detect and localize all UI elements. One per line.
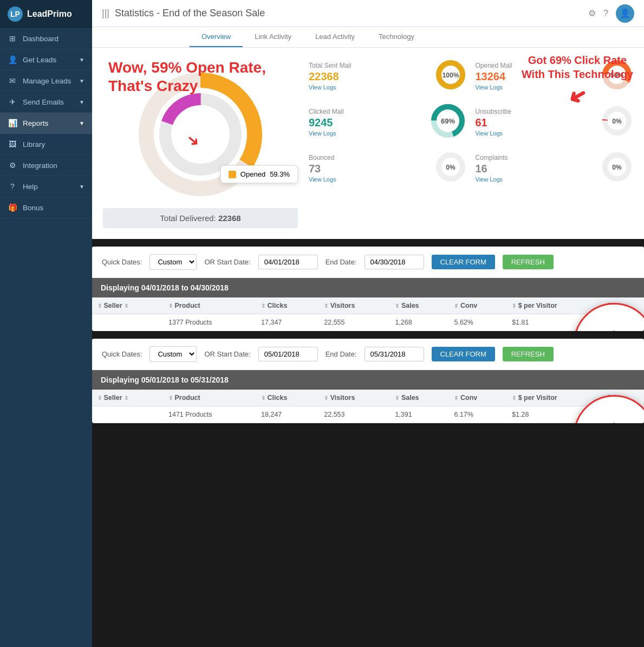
col-sales-1[interactable]: ⇕ Sales bbox=[389, 297, 448, 314]
start-date-label-1: OR Start Date: bbox=[204, 258, 250, 266]
col-seller-1[interactable]: ⇕ Seller ⇕ bbox=[92, 297, 163, 314]
tab-technology[interactable]: Technology bbox=[367, 27, 426, 47]
quick-dates-select-2[interactable]: Custom bbox=[149, 346, 197, 362]
help-question-icon[interactable]: ? bbox=[603, 9, 608, 18]
data-table-may: ⇕ Seller ⇕ ⇕ Product ⇕ Clicks bbox=[92, 390, 644, 423]
chevron-down-icon: ▼ bbox=[79, 120, 84, 126]
stat-link-unsubscribe[interactable]: View Logs bbox=[476, 130, 594, 137]
sidebar-item-integration[interactable]: ⚙ Integration bbox=[0, 155, 92, 176]
end-date-input-1[interactable] bbox=[365, 255, 424, 269]
logo-text: LeadPrimo bbox=[27, 9, 72, 19]
tab-link-activity[interactable]: Link Activity bbox=[243, 27, 303, 47]
sort-icon: ⇕ bbox=[512, 303, 516, 309]
filter-bar-may: Quick Dates: Custom OR Start Date: End D… bbox=[92, 339, 644, 370]
stat-link-bounced[interactable]: View Logs bbox=[309, 176, 427, 183]
col-sales-label: Sales bbox=[401, 302, 419, 309]
quick-dates-label-1: Quick Dates: bbox=[102, 258, 142, 266]
col-sales-2[interactable]: ⇕ Sales bbox=[389, 390, 448, 406]
col-clicks-1[interactable]: ⇕ Clicks bbox=[256, 297, 318, 314]
stat-value-bounced: 73 bbox=[309, 163, 427, 175]
avatar[interactable]: 👤 bbox=[616, 4, 634, 23]
tooltip-color-swatch bbox=[229, 171, 236, 178]
display-text-april: Displaying 04/01/2018 to 04/30/2018 bbox=[101, 283, 229, 292]
col-per-visitor-2[interactable]: ⇕ $ per Visitor bbox=[506, 390, 602, 406]
col-sales-label-2: Sales bbox=[401, 394, 419, 402]
tab-overview[interactable]: Overview bbox=[190, 27, 243, 47]
sort-icon: ⇕ bbox=[124, 303, 128, 309]
tab-lead-activity[interactable]: Lead Activity bbox=[303, 27, 367, 47]
sidebar-item-manage-leads[interactable]: ✉ Manage Leads ▼ bbox=[0, 70, 92, 92]
col-conv-2[interactable]: ⇕ Conv bbox=[448, 390, 506, 406]
chart-area: Wow, 59% Open Rate, That's Crazy bbox=[103, 59, 298, 228]
sort-icon: ⇕ bbox=[97, 303, 102, 309]
sidebar-item-label: Library bbox=[23, 140, 45, 148]
sidebar-item-library[interactable]: 🖼 Library bbox=[0, 134, 92, 155]
stat-value-unsubscribe: 61 bbox=[476, 117, 594, 129]
col-product-label-2: Product bbox=[174, 394, 200, 402]
col-seller-2[interactable]: ⇕ Seller ⇕ bbox=[92, 390, 163, 406]
col-per-visitor-label-2: $ per Visitor bbox=[518, 394, 557, 402]
sidebar-item-label: Dashboard bbox=[23, 35, 58, 43]
col-clicks-2[interactable]: ⇕ Clicks bbox=[256, 390, 318, 406]
cell-conv-2: 6.17% bbox=[448, 406, 506, 423]
sort-icon: ⇕ bbox=[168, 303, 173, 309]
sort-icon: ⇕ bbox=[454, 395, 458, 401]
col-conv-1[interactable]: ⇕ Conv bbox=[448, 297, 506, 314]
col-clicks-label-2: Clicks bbox=[268, 394, 288, 402]
display-text-may: Displaying 05/01/2018 to 05/31/2018 bbox=[101, 376, 229, 384]
col-clicks-label: Clicks bbox=[268, 302, 288, 309]
sidebar-item-get-leads[interactable]: 👤 Get Leads ▼ bbox=[0, 49, 92, 70]
clear-form-button-1[interactable]: CLEAR FORM bbox=[432, 255, 495, 269]
send-emails-icon: ✈ bbox=[8, 98, 17, 106]
col-visitors-label: Visitors bbox=[330, 302, 355, 309]
col-visitors-label-2: Visitors bbox=[330, 394, 355, 402]
stat-link-clicked-mail[interactable]: View Logs bbox=[309, 130, 421, 137]
col-per-visitor-1[interactable]: ⇕ $ per Visitor bbox=[506, 297, 602, 314]
clear-form-button-2[interactable]: CLEAR FORM bbox=[432, 347, 495, 361]
cell-sales-2: 1,391 bbox=[389, 406, 448, 423]
filter-bar-april: Quick Dates: Custom OR Start Date: End D… bbox=[92, 247, 644, 278]
sidebar-item-reports[interactable]: 📊 Reports ▼ bbox=[0, 113, 92, 134]
end-date-label-2: End Date: bbox=[326, 350, 357, 358]
wow-line2: That's Crazy bbox=[108, 77, 266, 95]
col-product-1[interactable]: ⇕ Product bbox=[163, 297, 256, 314]
annotation-line2: With This Technology bbox=[522, 67, 633, 81]
col-conv-label: Conv bbox=[460, 302, 477, 309]
chevron-down-icon: ▼ bbox=[79, 99, 84, 105]
sidebar-item-send-emails[interactable]: ✈ Send Emails ▼ bbox=[0, 92, 92, 113]
stat-card-total-sent: Total Sent Mail 22368 View Logs 100% bbox=[309, 59, 467, 93]
stat-link-complaints[interactable]: View Logs bbox=[476, 176, 594, 183]
sidebar-item-help[interactable]: ? Help ▼ bbox=[0, 176, 92, 197]
menu-toggle-icon[interactable]: ||| bbox=[102, 8, 109, 19]
total-icon: ⇕ bbox=[611, 329, 617, 332]
sidebar-item-bonus[interactable]: 🎁 Bonus bbox=[0, 197, 92, 218]
dashboard-icon: ⊞ bbox=[8, 34, 17, 43]
svg-text:69%: 69% bbox=[440, 117, 454, 125]
logo-icon: LP bbox=[8, 7, 23, 22]
sidebar-item-dashboard[interactable]: ⊞ Dashboard bbox=[0, 28, 92, 49]
stat-link-total-sent[interactable]: View Logs bbox=[309, 84, 427, 90]
annotation-line1: Got 69% Click Rate bbox=[522, 53, 633, 67]
start-date-input-1[interactable] bbox=[258, 255, 318, 269]
sidebar-item-label: Get Leads bbox=[23, 56, 56, 64]
col-visitors-1[interactable]: ⇕ Visitors bbox=[318, 297, 389, 314]
col-product-2[interactable]: ⇕ Product bbox=[163, 390, 256, 406]
col-visitors-2[interactable]: ⇕ Visitors bbox=[318, 390, 389, 406]
refresh-button-1[interactable]: REFRESH bbox=[503, 255, 554, 269]
get-leads-icon: 👤 bbox=[8, 55, 17, 64]
sort-icon: ⇕ bbox=[324, 303, 328, 309]
start-date-input-2[interactable] bbox=[258, 347, 318, 361]
stat-value-clicked-mail: 9245 bbox=[309, 117, 421, 129]
sidebar-logo: LP LeadPrimo bbox=[0, 0, 92, 28]
sort-icon: ⇕ bbox=[512, 395, 516, 401]
quick-dates-select-1[interactable]: Custom bbox=[149, 254, 197, 270]
settings-icon[interactable]: ⚙ bbox=[588, 8, 596, 18]
wow-line1: Wow, 59% Open Rate, bbox=[108, 59, 266, 77]
end-date-input-2[interactable] bbox=[365, 347, 424, 361]
sort-icon: ⇕ bbox=[395, 395, 399, 401]
sort-icon: ⇕ bbox=[261, 303, 265, 309]
refresh-button-2[interactable]: REFRESH bbox=[503, 347, 554, 361]
cell-seller-1 bbox=[92, 314, 163, 331]
chevron-down-icon: ▼ bbox=[79, 184, 84, 190]
stat-value-complaints: 16 bbox=[476, 163, 594, 175]
